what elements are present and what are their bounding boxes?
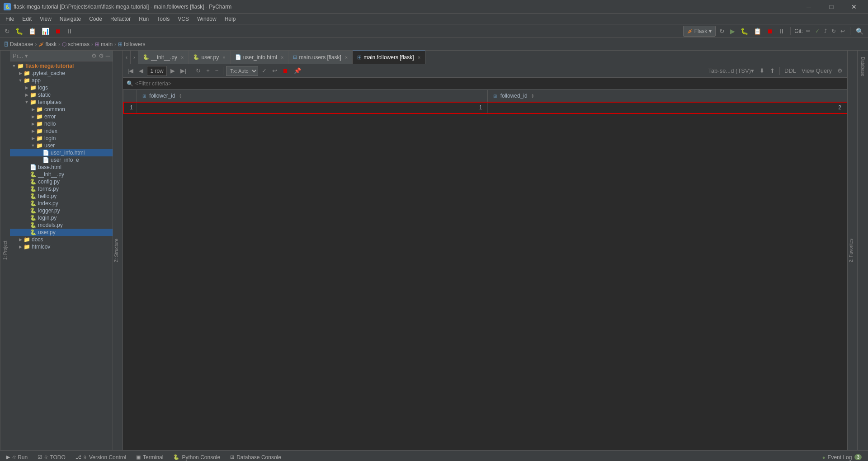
delete-row-button[interactable]: − [213,66,221,75]
menu-run[interactable]: Run [135,15,152,23]
tree-logs[interactable]: ▶ 📁 logs [10,84,113,91]
tree-config-py[interactable]: 🐍 config.py [10,178,113,185]
ddl-button[interactable]: DDL [783,66,798,75]
tree-root[interactable]: ▼ 📁 flask-mega-tutorial [10,62,113,70]
tab-user-py[interactable]: 🐍 user.py × [189,51,230,64]
tree-static[interactable]: ▶ 📁 static [10,91,113,99]
tree-logger-py[interactable]: 🐍 logger.py [10,207,113,214]
tsv-export-button[interactable]: Tab-se...d (TSV) ▾ [706,66,756,75]
tab-close-init[interactable]: × [181,55,184,60]
structure-tab[interactable]: Z: Structure [113,236,123,265]
tx-rollback-button[interactable]: ↩ [270,66,279,75]
close-button[interactable]: ✕ [844,0,864,14]
tree-common[interactable]: ▶ 📁 common [10,106,113,113]
filter-input[interactable] [135,80,844,87]
git-rollback-button[interactable]: ↩ [839,27,846,35]
tree-index-py[interactable]: 🐍 index.py [10,200,113,207]
tab-next-button[interactable]: › [131,51,138,64]
tab-close-main-followers[interactable]: × [418,55,420,60]
profile-button[interactable]: 📊 [40,27,51,36]
tree-hello[interactable]: ▶ 📁 hello [10,120,113,127]
refresh-run-button[interactable]: ↻ [717,27,726,36]
bc-main[interactable]: ⊞ main [95,41,113,47]
tree-hello-py[interactable]: 🐍 hello.py [10,193,113,200]
nav-prev-button[interactable]: ◀ [137,66,145,75]
coverage-button[interactable]: 📋 [27,27,38,36]
tree-templates[interactable]: ▼ 📁 templates [10,99,113,106]
tab-close-user-info[interactable]: × [281,55,283,60]
refresh-button[interactable]: ↻ [3,27,12,36]
menu-navigate[interactable]: Navigate [56,15,85,23]
tree-user-folder[interactable]: ▼ 📁 user [10,142,113,149]
tree-models-py[interactable]: 🐍 models.py [10,221,113,229]
tree-index[interactable]: ▶ 📁 index [10,127,113,135]
menu-vcs[interactable]: VCS [174,15,193,23]
run-button[interactable]: ▶ [728,27,737,36]
project-panel-label[interactable]: 1: Project [0,51,10,450]
tab-main-users[interactable]: ⊞ main.users [flask] × [288,51,353,64]
cell-followed-id-1[interactable]: 2 [488,102,847,113]
maximize-button[interactable]: □ [821,0,842,14]
tree-user-info-html[interactable]: 📄 user_info.html [10,149,113,156]
sidebar-gear[interactable]: ⚙ [99,52,104,59]
tree-error[interactable]: ▶ 📁 error [10,113,113,120]
menu-view[interactable]: View [36,15,55,23]
bc-flask[interactable]: 🌶 flask [38,41,57,47]
bottom-tab-todo[interactable]: ☑ 6: TODO [33,452,70,461]
view-query-button[interactable]: View Query [800,66,834,75]
git-edit-button[interactable]: ✏ [805,27,812,35]
stop-button[interactable]: ⏹ [53,27,63,36]
col-header-follower-id[interactable]: ⊞ follower_id ⇕ [137,90,488,102]
tab-user-info-html[interactable]: 📄 user_info.html × [231,51,289,64]
debug-button[interactable]: 🐛 [14,27,25,36]
cell-follower-id-1[interactable]: 1 [137,102,488,113]
nav-first-button[interactable]: |◀ [126,66,135,75]
settings-button[interactable]: ⚙ [835,66,844,75]
import-button[interactable]: ⬇ [758,66,766,75]
menu-help[interactable]: Help [221,15,240,23]
tx-commit-button[interactable]: ✓ [260,66,269,75]
pin-button[interactable]: 📌 [292,66,303,75]
git-commit-button[interactable]: ✓ [814,27,821,35]
bottom-tab-terminal[interactable]: ▣ Terminal [132,452,168,461]
git-update-button[interactable]: ↻ [830,27,837,35]
tree-docs[interactable]: ▶ 📁 docs [10,236,113,243]
menu-refactor[interactable]: Refactor [107,15,134,23]
favorites-tab[interactable]: 2: Favorites [848,236,858,265]
menu-edit[interactable]: Edit [19,15,35,23]
search-all-button[interactable]: 🔍 [854,27,865,36]
minimize-button[interactable]: ─ [798,0,819,14]
tab-close-main-users[interactable]: × [345,55,348,60]
tree-login-py[interactable]: 🐍 login.py [10,214,113,221]
tree-user-py[interactable]: 🐍 user.py [10,229,113,236]
table-row[interactable]: 1 1 2 [123,102,847,113]
tree-user-info-e[interactable]: 📄 user_info_e [10,156,113,164]
menu-window[interactable]: Window [193,15,220,23]
sidebar-dropdown[interactable]: Pr... ▾ [13,52,28,59]
tx-mode-select[interactable]: Tx: Auto [226,66,258,76]
add-row-button[interactable]: + [204,66,212,75]
bc-schemas[interactable]: ⬡ schemas [62,41,90,47]
nav-next-button[interactable]: ▶ [169,66,177,75]
bc-followers[interactable]: ⊞ followers [118,41,145,47]
tab-main-followers[interactable]: ⊞ main.followers [flask] × [353,51,425,64]
refresh-data-button[interactable]: ↻ [194,66,203,75]
tree-pytest-cache[interactable]: ▶ 📁 .pytest_cache [10,70,113,77]
menu-file[interactable]: File [2,15,18,23]
debug-run-button[interactable]: 🐛 [739,27,750,36]
run-coverage-button[interactable]: 📋 [752,27,763,36]
stop2-button[interactable]: ⏸ [65,27,75,36]
bottom-tab-db-console[interactable]: ⊞ Database Console [226,452,286,461]
sidebar-minimize[interactable]: ─ [106,52,110,59]
nav-last-button[interactable]: ▶| [179,66,188,75]
bc-database[interactable]: 🗄 Database [4,41,33,47]
tree-app[interactable]: ▼ 📁 app [10,77,113,84]
stop-query-button[interactable]: ⏹ [281,66,290,75]
tree-base-html[interactable]: 📄 base.html [10,164,113,171]
tab-close-user[interactable]: × [222,55,225,60]
menu-code[interactable]: Code [85,15,106,23]
col-header-followed-id[interactable]: ⊞ followed_id ⇕ [488,90,847,102]
menu-tools[interactable]: Tools [153,15,173,23]
tree-htmlcov[interactable]: ▶ 📁 htmlcov [10,243,113,250]
git-push-button[interactable]: ⤴ [823,27,828,35]
